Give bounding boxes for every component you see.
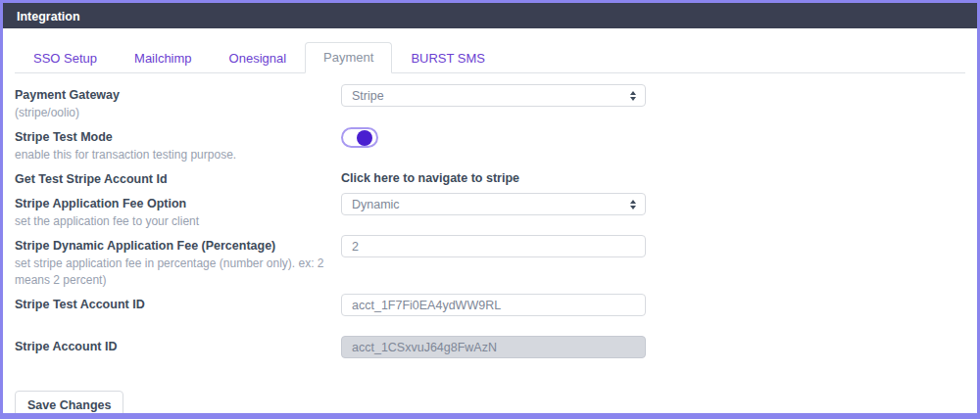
dynamic-fee-help: set stripe application fee in percentage… <box>15 255 341 289</box>
test-account-id-label: Stripe Test Account ID <box>15 296 341 313</box>
get-test-stripe-account-label: Get Test Stripe Account Id <box>15 170 341 188</box>
select-arrows-icon <box>630 91 636 101</box>
tab-onesignal[interactable]: Onesignal <box>211 43 306 73</box>
get-test-stripe-account-row: Get Test Stripe Account Id Click here to… <box>15 168 965 188</box>
account-id-row: Stripe Account ID <box>15 336 965 358</box>
payment-gateway-row: Payment Gateway (stripe/oolio) Stripe <box>15 84 965 121</box>
save-changes-button[interactable]: Save Changes <box>15 391 123 419</box>
dynamic-fee-label: Stripe Dynamic Application Fee (Percenta… <box>15 237 341 255</box>
toggle-knob <box>357 130 372 146</box>
application-fee-option-label: Stripe Application Fee Option <box>15 195 341 212</box>
integration-page: Integration SSO Setup Mailchimp Onesigna… <box>0 0 980 419</box>
application-fee-select[interactable]: Dynamic <box>341 193 646 215</box>
application-fee-option-row: Stripe Application Fee Option set the ap… <box>15 193 965 230</box>
navigate-to-stripe-link[interactable]: Click here to navigate to stripe <box>341 171 519 185</box>
tab-payment[interactable]: Payment <box>305 42 392 73</box>
account-id-input <box>341 336 646 358</box>
account-id-label: Stripe Account ID <box>15 338 341 355</box>
test-account-id-input[interactable] <box>341 294 646 316</box>
payment-gateway-label: Payment Gateway <box>15 86 341 104</box>
tab-bar: SSO Setup Mailchimp Onesignal Payment BU… <box>15 42 965 73</box>
payment-gateway-help: (stripe/oolio) <box>15 104 341 121</box>
stripe-test-mode-row: Stripe Test Mode enable this for transac… <box>15 126 965 163</box>
select-arrows-icon <box>630 200 636 210</box>
dynamic-fee-input[interactable] <box>341 235 646 257</box>
stripe-test-mode-toggle[interactable] <box>341 127 378 148</box>
stripe-test-mode-help: enable this for transaction testing purp… <box>15 146 341 163</box>
test-account-id-row: Stripe Test Account ID <box>15 294 965 316</box>
tab-sso-setup[interactable]: SSO Setup <box>15 43 116 73</box>
dynamic-fee-row: Stripe Dynamic Application Fee (Percenta… <box>15 235 965 289</box>
stripe-test-mode-label: Stripe Test Mode <box>15 128 341 146</box>
application-fee-select-value: Dynamic <box>352 198 400 211</box>
tab-burst-sms[interactable]: BURST SMS <box>392 43 504 73</box>
payment-gateway-select-value: Stripe <box>352 89 384 103</box>
tab-mailchimp[interactable]: Mailchimp <box>116 43 211 73</box>
payment-gateway-select[interactable]: Stripe <box>341 84 646 107</box>
page-title: Integration <box>3 3 977 28</box>
application-fee-option-help: set the application fee to your client <box>15 212 341 230</box>
payment-settings-form: Payment Gateway (stripe/oolio) Stripe St… <box>3 73 977 419</box>
